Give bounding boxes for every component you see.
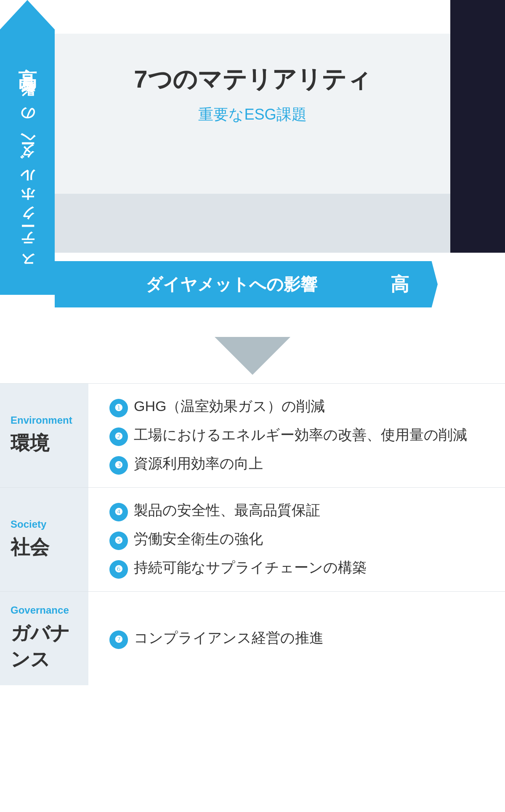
category-en-society: Society (11, 518, 46, 530)
item-number-6: ❻ (109, 560, 128, 579)
category-row-environment: Environment 環境 ❶ GHG（温室効果ガス）の削減 ❷ 工場における… (0, 383, 505, 487)
category-en-governance: Governance (11, 604, 69, 616)
y-axis-label: ステークホルダーへの影響 (19, 102, 36, 274)
item-number-5: ❺ (109, 532, 128, 550)
category-label-environment: Environment 環境 (0, 384, 88, 487)
arrow-down-icon (215, 337, 290, 375)
list-item: ❹ 製品の安全性、最高品質保証 (109, 500, 484, 521)
list-section: Environment 環境 ❶ GHG（温室効果ガス）の削減 ❷ 工場における… (0, 383, 505, 685)
x-axis-label: ダイヤメットへの影響 (129, 273, 317, 296)
matrix-subtitle: 重要なESG課題 (84, 104, 421, 125)
item-text-3: 資源利用効率の向上 (134, 454, 263, 474)
x-axis-high-label: 高 (391, 272, 409, 297)
matrix-title: 7つのマテリアリティ (84, 63, 421, 96)
matrix-center-content: 7つのマテリアリティ 重要なESG課題 (84, 63, 421, 125)
item-text-4: 製品の安全性、最高品質保証 (134, 500, 320, 521)
item-number-3: ❸ (109, 456, 128, 475)
item-text-1: GHG（温室効果ガス）の削減 (134, 396, 325, 417)
category-ja-governance: ガバナンス (11, 620, 78, 673)
item-text-2: 工場におけるエネルギー効率の改善、使用量の削減 (134, 425, 467, 445)
matrix-dark-right (450, 0, 505, 253)
list-item: ❼ コンプライアンス経営の推進 (109, 628, 484, 649)
y-axis-high-label: 高 (18, 67, 37, 93)
item-text-6: 持続可能なサプライチェーンの構築 (134, 558, 367, 578)
item-text-7: コンプライアンス経営の推進 (134, 628, 324, 648)
category-label-society: Society 社会 (0, 488, 88, 591)
y-axis-arrow: 高 ステークホルダーへの影響 (0, 0, 55, 295)
list-item: ❻ 持続可能なサプライチェーンの構築 (109, 558, 484, 579)
category-en-environment: Environment (11, 414, 72, 426)
category-ja-environment: 環境 (11, 430, 49, 457)
item-number-1: ❶ (109, 399, 128, 417)
list-item: ❶ GHG（温室効果ガス）の削減 (109, 396, 484, 417)
item-number-2: ❷ (109, 427, 128, 446)
item-text-5: 労働安全衛生の強化 (134, 529, 263, 549)
item-number-4: ❹ (109, 503, 128, 521)
list-item: ❺ 労働安全衛生の強化 (109, 529, 484, 550)
x-axis-arrow: ダイヤメットへの影響 (55, 261, 391, 307)
category-items-governance: ❼ コンプライアンス経営の推進 (88, 592, 505, 685)
category-label-governance: Governance ガバナンス (0, 592, 88, 685)
arrow-down-section (0, 329, 505, 383)
category-row-governance: Governance ガバナンス ❼ コンプライアンス経営の推進 (0, 591, 505, 685)
list-item: ❷ 工場におけるエネルギー効率の改善、使用量の削減 (109, 425, 484, 446)
category-row-society: Society 社会 ❹ 製品の安全性、最高品質保証 ❺ 労働安全衛生の強化 ❻… (0, 487, 505, 591)
matrix-section: 高 ステークホルダーへの影響 7つのマテリアリティ 重要なESG課題 ダイヤメッ… (0, 0, 505, 329)
category-items-society: ❹ 製品の安全性、最高品質保証 ❺ 労働安全衛生の強化 ❻ 持続可能なサプライチ… (88, 488, 505, 591)
category-ja-society: 社会 (11, 534, 49, 561)
category-items-environment: ❶ GHG（温室効果ガス）の削減 ❷ 工場におけるエネルギー効率の改善、使用量の… (88, 384, 505, 487)
x-axis-high-arrow: 高 (362, 261, 438, 307)
item-number-7: ❼ (109, 630, 128, 649)
list-item: ❸ 資源利用効率の向上 (109, 454, 484, 475)
